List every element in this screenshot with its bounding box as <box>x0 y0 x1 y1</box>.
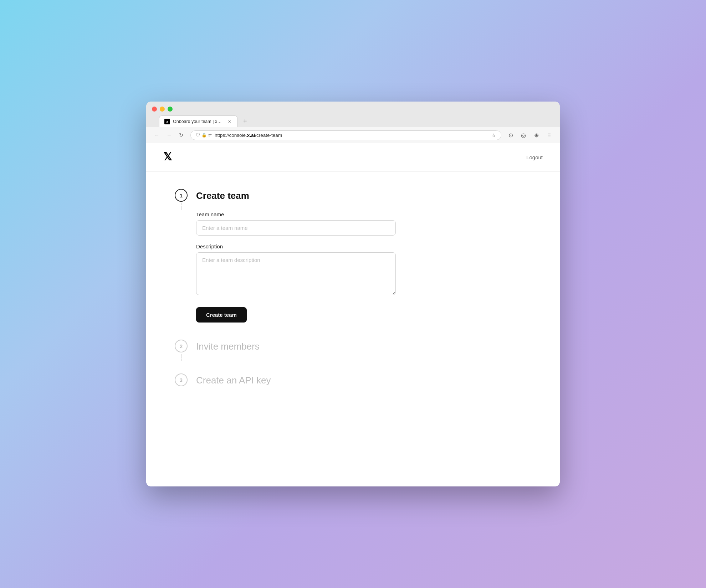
url-bar[interactable]: 🛡 🔒 ⇄ https://console.x.ai/create-team ☆ <box>190 130 501 140</box>
close-button[interactable] <box>152 107 157 112</box>
description-input[interactable] <box>196 252 396 295</box>
browser-window: x Onboard your team | xAI Cloud C ✕ + ← … <box>146 102 560 486</box>
back-icon: ← <box>154 132 159 138</box>
app-header: 𝕏 Logout <box>146 143 560 172</box>
url-text: https://console.x.ai/create-team <box>215 133 489 138</box>
step-1-line <box>181 203 181 210</box>
svg-text:𝕏: 𝕏 <box>163 151 172 162</box>
bookmark-icon[interactable]: ☆ <box>492 133 496 138</box>
step-1-title: Create team <box>196 190 531 201</box>
step-1: 1 Create team Team name Description <box>175 189 531 340</box>
step-1-content: Create team Team name Description Create… <box>196 189 531 340</box>
tab-favicon: x <box>164 119 170 124</box>
step-2-title: Invite members <box>196 341 260 352</box>
pocket-icon[interactable]: ⊙ <box>506 130 516 140</box>
step-1-number: 1 <box>175 189 188 202</box>
tab-favicon-text: x <box>166 120 168 124</box>
nav-buttons: ← → ↻ <box>152 130 186 140</box>
url-protocol: https://console. <box>215 133 247 138</box>
tabs-row: x Onboard your team | xAI Cloud C ✕ + <box>159 115 554 127</box>
url-security-icons: 🛡 🔒 ⇄ <box>196 133 212 138</box>
main-content: 1 Create team Team name Description <box>146 172 560 486</box>
window-controls <box>152 107 554 112</box>
step-3: 3 Create an API key <box>175 373 531 407</box>
steps-container: 1 Create team Team name Description <box>175 189 531 407</box>
extensions-icon[interactable]: ⊕ <box>531 130 541 140</box>
menu-icon[interactable]: ≡ <box>544 130 554 140</box>
step-2-content: Invite members <box>196 340 260 373</box>
step-2-left: 2 <box>175 340 188 361</box>
shield-icon: 🛡 <box>196 133 200 138</box>
back-button[interactable]: ← <box>152 130 162 140</box>
url-path: /create-team <box>255 133 282 138</box>
team-name-label: Team name <box>196 211 531 217</box>
refresh-button[interactable]: ↻ <box>176 130 186 140</box>
address-bar: ← → ↻ 🛡 🔒 ⇄ https://console.x.ai/create-… <box>146 127 560 143</box>
forward-icon: → <box>167 132 172 138</box>
step-2: 2 Invite members <box>175 340 531 373</box>
description-label: Description <box>196 243 531 249</box>
tab-close-button[interactable]: ✕ <box>226 119 232 124</box>
step-3-left: 3 <box>175 373 188 386</box>
step-2-number: 2 <box>175 340 188 352</box>
logout-button[interactable]: Logout <box>526 154 543 160</box>
step-3-number: 3 <box>175 373 188 386</box>
refresh-icon: ↻ <box>179 132 183 138</box>
title-bar: x Onboard your team | xAI Cloud C ✕ + <box>146 102 560 127</box>
create-team-button[interactable]: Create team <box>196 307 247 323</box>
account-icon[interactable]: ◎ <box>518 130 528 140</box>
step-3-content: Create an API key <box>196 373 271 407</box>
description-group: Description <box>196 243 531 296</box>
maximize-button[interactable] <box>168 107 173 112</box>
step-3-title: Create an API key <box>196 375 271 386</box>
translate-icon: ⇄ <box>208 133 212 138</box>
step-1-left: 1 <box>175 189 188 210</box>
tab-label: Onboard your team | xAI Cloud C <box>173 119 224 124</box>
page-content: 𝕏 Logout 1 Create team <box>146 143 560 486</box>
step-2-line <box>181 354 181 361</box>
active-tab[interactable]: x Onboard your team | xAI Cloud C ✕ <box>159 115 237 127</box>
forward-button[interactable]: → <box>164 130 174 140</box>
new-tab-button[interactable]: + <box>239 115 251 127</box>
toolbar-icons: ⊙ ◎ ⊕ ≡ <box>506 130 554 140</box>
lock-icon: 🔒 <box>201 133 207 138</box>
logo[interactable]: 𝕏 <box>163 150 176 164</box>
minimize-button[interactable] <box>160 107 165 112</box>
team-name-input[interactable] <box>196 220 396 236</box>
url-domain: x.ai <box>247 133 255 138</box>
team-name-group: Team name <box>196 211 531 236</box>
